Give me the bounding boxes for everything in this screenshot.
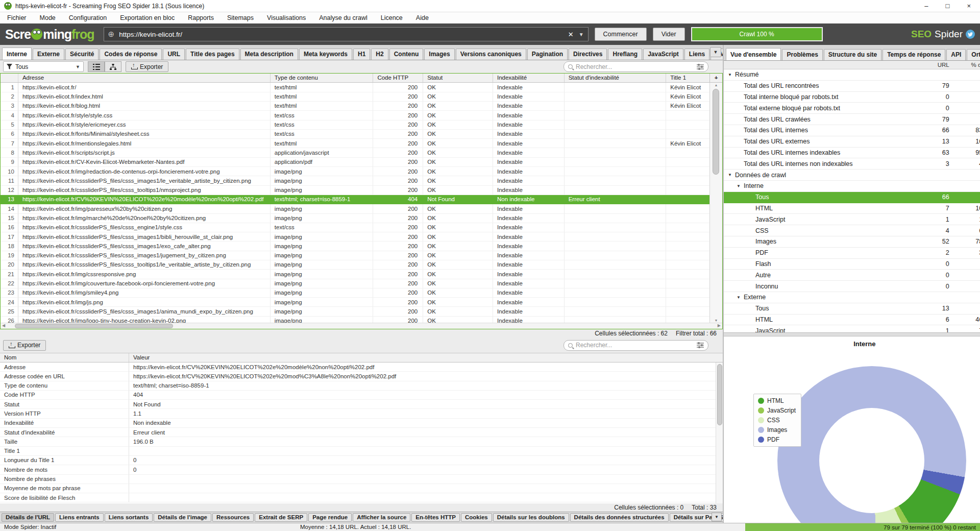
- detail-row[interactable]: Score de lisibilité de Flesch: [0, 493, 723, 502]
- legend-item[interactable]: Images: [758, 426, 796, 433]
- table-row[interactable]: 26 https://kevin-elicot.fr/img/logo-tiny…: [1, 317, 709, 323]
- detail-row[interactable]: Statut d'indexabilité Erreur client: [0, 428, 723, 437]
- tree-view-button[interactable]: [105, 61, 121, 72]
- overview-row[interactable]: ▼ Données de crawl: [724, 170, 980, 181]
- overview-row[interactable]: Inconnu 0 0%: [724, 281, 980, 292]
- detail-tab[interactable]: Détails des données structurées: [570, 513, 669, 522]
- content-tab[interactable]: Liens: [684, 49, 709, 60]
- menu-item[interactable]: Mode: [40, 14, 56, 21]
- col-header-nom[interactable]: Nom: [0, 353, 129, 362]
- menu-item[interactable]: Exportation en bloc: [120, 14, 175, 21]
- overview-row[interactable]: Total des URL internes non indexables 3 …: [724, 158, 980, 170]
- table-row[interactable]: 11 https://kevin-elicot.fr/csssliderPS_f…: [1, 176, 709, 185]
- table-row[interactable]: 9 https://kevin-elicot.fr/CV-Kevin-Elico…: [1, 158, 709, 167]
- table-row[interactable]: 19 https://kevin-elicot.fr/csssliderPS_f…: [1, 251, 709, 260]
- content-tab[interactable]: URL: [163, 49, 185, 60]
- overview-row[interactable]: Tous 13 100%: [724, 303, 980, 315]
- sidebar-tab[interactable]: API: [946, 49, 966, 60]
- url-history-caret-icon[interactable]: ▼: [579, 32, 584, 37]
- table-row[interactable]: 18 https://kevin-elicot.fr/csssliderPS_f…: [1, 242, 709, 251]
- menu-item[interactable]: Visualisations: [267, 14, 306, 21]
- overview-row[interactable]: HTML 7 10,61%: [724, 203, 980, 214]
- table-row[interactable]: 1 https://kevin-elicot.fr/ text/html 200…: [1, 83, 709, 92]
- table-row[interactable]: 22 https://kevin-elicot.fr/img/couvertur…: [1, 279, 709, 288]
- table-row[interactable]: 8 https://kevin-elicot.fr/scripts/script…: [1, 148, 709, 157]
- overview-row[interactable]: JavaScript 1 7,69%: [724, 325, 980, 332]
- table-row[interactable]: 23 https://kevin-elicot.fr/img/smiley4.p…: [1, 288, 709, 298]
- detail-tab[interactable]: Détails de l'image: [154, 513, 211, 522]
- search-input[interactable]: Rechercher...: [564, 61, 708, 72]
- content-tab[interactable]: Pagination: [527, 49, 568, 60]
- menu-item[interactable]: Sitemaps: [227, 14, 254, 21]
- detail-row[interactable]: Type de contenu text/html; charset=iso-8…: [0, 381, 723, 391]
- table-row[interactable]: 17 https://kevin-elicot.fr/csssliderPS_f…: [1, 232, 709, 242]
- table-row[interactable]: 20 https://kevin-elicot.fr/csssliderPS_f…: [1, 260, 709, 270]
- overview-row[interactable]: ▼ Externe: [724, 292, 980, 303]
- sidebar-tab[interactable]: Temps de réponse: [883, 49, 945, 60]
- table-row[interactable]: 13 https://kevin-elicot.fr/CV%20KEVIN%20…: [1, 195, 709, 204]
- menu-item[interactable]: Aide: [416, 14, 429, 21]
- scroll-up-icon[interactable]: ▲: [710, 83, 722, 87]
- detail-row[interactable]: Nombre de phrases: [0, 475, 723, 484]
- detail-tab[interactable]: Détails sur les doublons: [493, 513, 569, 522]
- legend-item[interactable]: JavaScript: [758, 407, 796, 414]
- overview-row[interactable]: Autre 0 0%: [724, 270, 980, 281]
- content-tab[interactable]: Meta keywords: [299, 49, 352, 60]
- overview-row[interactable]: Total des URL internes 66 83,54%: [724, 125, 980, 136]
- panel-splitter[interactable]: [724, 332, 980, 336]
- content-tab[interactable]: Directives: [569, 49, 607, 60]
- add-column-button[interactable]: +: [709, 74, 722, 82]
- scrollbar-thumb[interactable]: [717, 364, 722, 425]
- horizontal-scrollbar[interactable]: ◀ ▶: [1, 323, 722, 329]
- detail-search-input[interactable]: Rechercher...: [564, 340, 708, 351]
- overview-row[interactable]: PDF 2 3,03%: [724, 248, 980, 259]
- col-header-title1[interactable]: Title 1: [666, 74, 709, 82]
- clear-button[interactable]: Vider: [653, 28, 685, 41]
- content-tab[interactable]: Externe: [33, 49, 64, 60]
- detail-row[interactable]: Version HTTP 1.1: [0, 409, 723, 418]
- table-row[interactable]: 12 https://kevin-elicot.fr/csssliderPS_f…: [1, 186, 709, 195]
- overview-row[interactable]: Total des URL crawlées 79 100%: [724, 114, 980, 125]
- col-header-statut[interactable]: Statut: [423, 74, 493, 82]
- content-tab[interactable]: Title des pages: [186, 49, 239, 60]
- menu-item[interactable]: Configuration: [69, 14, 107, 21]
- overview-row[interactable]: Total externe bloqué par robots.txt 0 0%: [724, 103, 980, 114]
- detail-tab[interactable]: Afficher la source: [353, 513, 410, 522]
- content-tab[interactable]: JavaScript: [643, 49, 683, 60]
- overview-row[interactable]: Total interne bloqué par robots.txt 0 0%: [724, 92, 980, 103]
- detail-row[interactable]: Longueur du Title 1 0: [0, 456, 723, 465]
- col-header-valeur[interactable]: Valeur: [129, 353, 150, 362]
- table-row[interactable]: 3 https://kevin-elicot.fr/blog.html text…: [1, 102, 709, 111]
- table-row[interactable]: 16 https://kevin-elicot.fr/csssliderPS_f…: [1, 223, 709, 232]
- col-header-indexabilite[interactable]: Indexabilité: [493, 74, 565, 82]
- content-tab[interactable]: Contenu: [389, 49, 424, 60]
- scroll-right-icon[interactable]: ▶: [718, 323, 721, 328]
- menu-item[interactable]: Licence: [381, 14, 403, 21]
- maximize-button[interactable]: □: [946, 2, 950, 10]
- menu-item[interactable]: Rapports: [188, 14, 214, 21]
- table-row[interactable]: 10 https://kevin-elicot.fr/img/redaction…: [1, 167, 709, 176]
- sidebar-tab[interactable]: Vue d'ensemble: [726, 48, 781, 61]
- col-header-type[interactable]: Type de contenu: [271, 74, 374, 82]
- scrollbar-thumb[interactable]: [713, 89, 719, 175]
- detail-row[interactable]: Indexabilité Non indexable: [0, 419, 723, 428]
- detail-tab[interactable]: Liens entrants: [55, 513, 104, 522]
- table-row[interactable]: 25 https://kevin-elicot.fr/csssliderPS_f…: [1, 307, 709, 316]
- sidebar-tab[interactable]: Orthogra: [967, 49, 980, 60]
- content-tab[interactable]: Images: [424, 49, 454, 60]
- detail-tab[interactable]: Ressources: [212, 513, 254, 522]
- start-button[interactable]: Commencer: [595, 28, 647, 41]
- scroll-left-icon[interactable]: ◀: [2, 323, 5, 328]
- overview-row[interactable]: Flash 0 0%: [724, 259, 980, 270]
- close-button[interactable]: ×: [967, 2, 971, 10]
- detail-row[interactable]: Adresse https://kevin-elicot.fr/CV%20KEV…: [0, 363, 723, 372]
- col-header-adresse[interactable]: Adresse: [18, 74, 271, 82]
- detail-tab[interactable]: Page rendue: [308, 513, 352, 522]
- overview-row[interactable]: ▼ Résumé: [724, 69, 980, 81]
- vertical-scrollbar[interactable]: ▲ ▼: [709, 83, 722, 323]
- col-header-statut-indexabilite[interactable]: Statut d'indexabilité: [565, 74, 667, 82]
- overview-row[interactable]: CSS 4 6,06%: [724, 225, 980, 236]
- table-row[interactable]: 5 https://kevin-elicot.fr/style/ericmeye…: [1, 120, 709, 130]
- content-tab[interactable]: Sécurité: [65, 49, 99, 60]
- scroll-down-icon[interactable]: ▼: [710, 319, 722, 322]
